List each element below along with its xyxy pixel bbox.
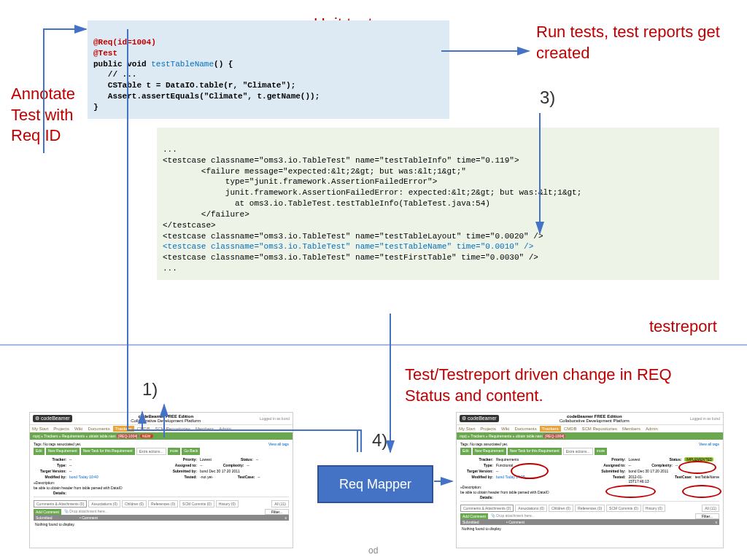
logo: ⚙ codeBeamer [33,415,72,422]
label-testreport: testreport [649,317,717,336]
breadcrumb: mprj » Trackers » Requirements » obtain … [30,432,293,440]
main-nav[interactable]: My StartProjectsWikiDocumentsTrackersCMD… [457,425,723,432]
code-testreport: ... <testcase classname="oms3.io.TableTe… [157,128,719,280]
req-mapper-box: Req Mapper [317,465,433,503]
codebeamer-after: ⚙ codeBeamer codeBeamer FREE EditionColl… [456,412,724,548]
breadcrumb: mprj » Trackers » Requirements » obtain … [457,432,723,440]
circle-highlight [682,485,721,498]
footer: od [368,545,378,556]
logo: ⚙ codeBeamer [460,415,499,422]
label-annotate: Annotate Test with Req ID [11,84,84,147]
status-badge: NEW [140,434,153,438]
step-3: 3) [540,88,555,108]
code-unit-test: @Req(id=1004) @Test public void testTabl… [88,20,449,119]
circle-highlight [605,485,656,498]
codebeamer-before: ⚙ codeBeamer codeBeamer FREE EditionColl… [29,412,293,548]
circle-highlight [678,461,716,474]
main-nav[interactable]: My StartProjectsWikiDocumentsTrackersCMD… [30,425,293,432]
circle-highlight [511,463,549,479]
step-1: 1) [142,379,158,400]
step-4: 4) [372,430,387,451]
label-run-tests: Run tests, test reports get created [536,22,726,63]
action-tabs[interactable]: EditNew RequirementNew Task for this Req… [34,448,289,455]
action-tabs[interactable]: EditNew RequirementNew Task for this Req… [460,448,719,455]
label-driven: Test/Testreport driven change in REQ Sta… [405,365,711,406]
